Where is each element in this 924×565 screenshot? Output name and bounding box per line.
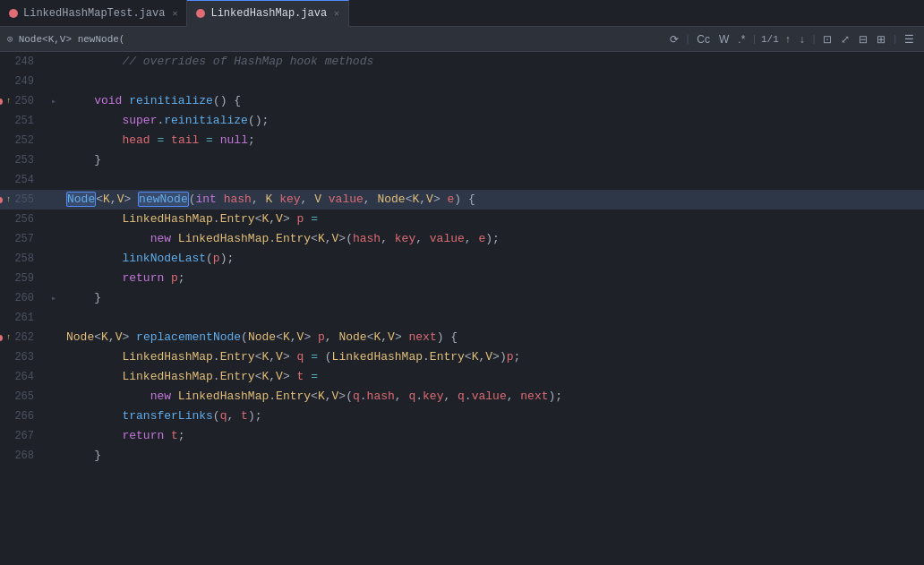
code-line-260: 260▸ } bbox=[0, 288, 924, 308]
code-line-249: 249 bbox=[0, 72, 924, 91]
breakpoint-dot[interactable] bbox=[0, 335, 3, 341]
code-line-251: 251 super.reinitialize(); bbox=[0, 111, 924, 131]
code-line-259: 259 return p; bbox=[0, 269, 924, 288]
code-line-254: 254 bbox=[0, 170, 924, 190]
line-number-259: 259 bbox=[0, 272, 45, 285]
code-content-251: super.reinitialize(); bbox=[63, 111, 924, 131]
search-controls: ⟳ | Cc W .* | 1/1 ↑ ↓ | ⊡ ⤢ ⊟ ⊞ | ☰ bbox=[667, 32, 917, 47]
code-content-260: } bbox=[63, 288, 924, 308]
code-line-252: 252 head = tail = null; bbox=[0, 131, 924, 150]
code-content-254 bbox=[63, 170, 924, 190]
execution-arrow: ↑ bbox=[6, 195, 11, 204]
line-number-266: 266 bbox=[0, 410, 45, 423]
line-number-255: ↑255 bbox=[0, 193, 45, 206]
execution-arrow: ↑ bbox=[6, 97, 11, 106]
tab-label-2: LinkedHashMap.java bbox=[210, 7, 327, 20]
code-line-262: ↑262Node<K,V> replacementNode(Node<K,V> … bbox=[0, 328, 924, 347]
expand-btn[interactable]: ⤢ bbox=[838, 32, 852, 47]
line-number-260: 260 bbox=[0, 292, 45, 304]
toolbar-breadcrumb-icon: ⊙ bbox=[7, 33, 13, 45]
code-content-262: Node<K,V> replacementNode(Node<K,V> p, N… bbox=[63, 328, 924, 347]
line-number-256: 256 bbox=[0, 213, 45, 226]
line-number-248: 248 bbox=[0, 56, 45, 68]
line-number-261: 261 bbox=[0, 312, 45, 324]
split-v-btn[interactable]: ⊞ bbox=[874, 32, 888, 47]
line-number-251: 251 bbox=[0, 115, 45, 127]
line-number-253: 253 bbox=[0, 154, 45, 167]
code-line-258: 258 linkNodeLast(p); bbox=[0, 249, 924, 269]
code-line-268: 268 } bbox=[0, 446, 924, 466]
code-content-261 bbox=[63, 308, 924, 328]
code-line-264: 264 LinkedHashMap.Entry<K,V> t = bbox=[0, 367, 924, 387]
toolbar: ⊙ Node<K,V> newNode( ⟳ | Cc W .* | 1/1 ↑… bbox=[0, 27, 924, 52]
breadcrumb-text: Node<K,V> newNode( bbox=[19, 34, 125, 45]
breakpoint-dot[interactable] bbox=[0, 98, 3, 105]
line-number-252: 252 bbox=[0, 134, 45, 147]
code-line-265: 265 new LinkedHashMap.Entry<K,V>(q.hash,… bbox=[0, 387, 924, 407]
execution-arrow: ↑ bbox=[6, 333, 11, 342]
search-refresh-btn[interactable]: ⟳ bbox=[667, 32, 681, 47]
code-content-264: LinkedHashMap.Entry<K,V> t = bbox=[63, 367, 924, 387]
line-number-258: 258 bbox=[0, 253, 45, 265]
whole-word-btn[interactable]: W bbox=[716, 32, 732, 47]
code-area: 248 // overrides of HashMap hook methods… bbox=[0, 52, 924, 565]
code-line-261: 261 bbox=[0, 308, 924, 328]
java-file-icon bbox=[9, 9, 18, 18]
code-content-259: return p; bbox=[63, 269, 924, 288]
code-line-255: ↑255Node<K,V> newNode(int hash, K key, V… bbox=[0, 190, 924, 210]
code-line-248: 248 // overrides of HashMap hook methods bbox=[0, 52, 924, 72]
tab-linkedhashmaptest[interactable]: LinkedHashMapTest.java ✕ bbox=[0, 0, 187, 27]
code-content-248: // overrides of HashMap hook methods bbox=[63, 52, 924, 72]
filter-btn[interactable]: ☰ bbox=[902, 32, 917, 47]
tab-linkedhashmap[interactable]: LinkedHashMap.java ✕ bbox=[187, 0, 349, 27]
line-number-268: 268 bbox=[0, 449, 45, 462]
split-h-btn[interactable]: ⊟ bbox=[856, 32, 870, 47]
code-content-253: } bbox=[63, 150, 924, 170]
line-number-250: ↑250 bbox=[0, 95, 45, 107]
code-content-249 bbox=[63, 72, 924, 91]
code-content-265: new LinkedHashMap.Entry<K,V>(q.hash, q.k… bbox=[63, 387, 924, 407]
code-line-267: 267 return t; bbox=[0, 426, 924, 446]
line-number-265: 265 bbox=[0, 390, 45, 403]
match-count: 1/1 bbox=[761, 34, 779, 45]
code-content-256: LinkedHashMap.Entry<K,V> p = bbox=[63, 210, 924, 229]
tab-close-1[interactable]: ✕ bbox=[172, 8, 177, 19]
prev-match-btn[interactable]: ↑ bbox=[783, 32, 793, 47]
gutter-250[interactable]: ▸ bbox=[45, 96, 63, 107]
java-file-icon-2 bbox=[196, 9, 205, 18]
breakpoint-dot[interactable] bbox=[0, 197, 3, 203]
code-content-255: Node<K,V> newNode(int hash, K key, V val… bbox=[63, 190, 924, 210]
code-line-266: 266 transferLinks(q, t); bbox=[0, 407, 924, 426]
line-number-264: 264 bbox=[0, 371, 45, 383]
code-line-257: 257 new LinkedHashMap.Entry<K,V>(hash, k… bbox=[0, 229, 924, 249]
code-content-250: void reinitialize() { bbox=[63, 91, 924, 111]
line-number-263: 263 bbox=[0, 351, 45, 364]
code-content-268: } bbox=[63, 446, 924, 466]
code-content-258: linkNodeLast(p); bbox=[63, 249, 924, 269]
code-content-252: head = tail = null; bbox=[63, 131, 924, 150]
line-number-267: 267 bbox=[0, 430, 45, 442]
tab-label-1: LinkedHashMapTest.java bbox=[23, 7, 165, 20]
code-content-267: return t; bbox=[63, 426, 924, 446]
code-content-263: LinkedHashMap.Entry<K,V> q = (LinkedHash… bbox=[63, 347, 924, 367]
code-line-253: 253 } bbox=[0, 150, 924, 170]
toggle-search-btn[interactable]: ⊡ bbox=[820, 32, 834, 47]
line-number-257: 257 bbox=[0, 233, 45, 245]
gutter-260[interactable]: ▸ bbox=[45, 293, 63, 304]
next-match-btn[interactable]: ↓ bbox=[797, 32, 808, 47]
code-line-263: 263 LinkedHashMap.Entry<K,V> q = (Linked… bbox=[0, 347, 924, 367]
regex-btn[interactable]: .* bbox=[735, 32, 748, 47]
line-number-249: 249 bbox=[0, 75, 45, 88]
case-sensitive-btn[interactable]: Cc bbox=[694, 32, 713, 47]
line-number-254: 254 bbox=[0, 174, 45, 186]
line-number-262: ↑262 bbox=[0, 331, 45, 344]
toolbar-left: ⊙ Node<K,V> newNode( bbox=[7, 33, 660, 45]
tab-close-2[interactable]: ✕ bbox=[334, 8, 339, 19]
code-content-257: new LinkedHashMap.Entry<K,V>(hash, key, … bbox=[63, 229, 924, 249]
tab-bar: LinkedHashMapTest.java ✕ LinkedHashMap.j… bbox=[0, 0, 924, 27]
code-content-266: transferLinks(q, t); bbox=[63, 407, 924, 426]
code-line-256: 256 LinkedHashMap.Entry<K,V> p = bbox=[0, 210, 924, 229]
code-line-250: ↑250▸ void reinitialize() { bbox=[0, 91, 924, 111]
